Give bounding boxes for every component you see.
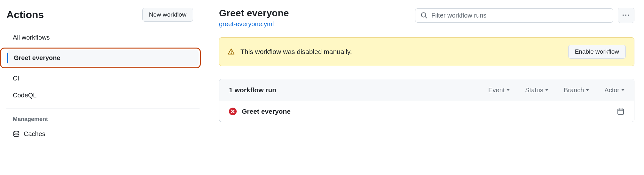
workflow-runs-count: 1 workflow run (229, 86, 276, 94)
caret-down-icon (621, 89, 624, 91)
workflow-title: Greet everyone (219, 8, 289, 19)
sidebar: Actions New workflow All workflows Greet… (0, 0, 206, 175)
sidebar-item-ci[interactable]: CI (6, 70, 200, 87)
caret-down-icon (507, 89, 510, 91)
alert-left: This workflow was disabled manually. (228, 48, 352, 56)
search-icon (420, 12, 428, 19)
sidebar-item-codeql[interactable]: CodeQL (6, 87, 200, 103)
management-heading: Management (6, 114, 206, 127)
sidebar-item-greet-everyone[interactable]: Greet everyone (7, 50, 199, 66)
workflow-title-block: Greet everyone greet-everyone.yml (219, 8, 289, 28)
svg-rect-4 (618, 109, 624, 115)
caret-down-icon (586, 89, 589, 91)
failed-status-icon (229, 108, 237, 115)
calendar-icon (617, 108, 624, 115)
filter-label: Status (525, 87, 543, 94)
workflow-run-row[interactable]: Greet everyone (219, 101, 634, 122)
filter-status[interactable]: Status (525, 87, 548, 94)
filter-label: Event (488, 87, 505, 94)
sidebar-item-all-workflows[interactable]: All workflows (6, 29, 200, 46)
database-icon (13, 131, 20, 138)
filter-event[interactable]: Event (488, 87, 510, 94)
workflow-runs-box: 1 workflow run Event Status Branch Actor (219, 79, 634, 122)
workflow-header-row: Greet everyone greet-everyone.yml ··· (219, 8, 634, 28)
caret-down-icon (545, 89, 548, 91)
sidebar-header: Actions New workflow (6, 8, 206, 22)
filter-label: Actor (604, 87, 619, 94)
sidebar-item-label: Caches (24, 130, 45, 138)
workflow-disabled-alert: This workflow was disabled manually. Ena… (219, 37, 634, 66)
sidebar-item-greet-everyone-highlight: Greet everyone (0, 48, 201, 68)
filter-label: Branch (564, 87, 584, 94)
divider (6, 109, 200, 109)
filter-branch[interactable]: Branch (564, 87, 589, 94)
warning-icon (228, 48, 235, 55)
svg-point-1 (421, 13, 426, 17)
new-workflow-button[interactable]: New workflow (142, 8, 193, 22)
header-right: ··· (415, 8, 634, 23)
filter-actor[interactable]: Actor (604, 87, 624, 94)
kebab-icon: ··· (622, 11, 630, 19)
svg-point-2 (231, 53, 232, 54)
alert-message: This workflow was disabled manually. (240, 48, 352, 56)
main-content: Greet everyone greet-everyone.yml ··· (206, 0, 644, 175)
run-name: Greet everyone (242, 108, 291, 115)
enable-workflow-button[interactable]: Enable workflow (568, 45, 626, 59)
search-field[interactable] (415, 8, 613, 23)
workflow-runs-filters: Event Status Branch Actor (488, 87, 624, 94)
run-left: Greet everyone (229, 108, 291, 115)
svg-point-0 (14, 131, 19, 133)
workflow-nav-list: All workflows Greet everyone CI CodeQL (6, 29, 206, 103)
sidebar-title: Actions (6, 9, 44, 21)
more-options-button[interactable]: ··· (618, 8, 634, 23)
workflow-file-link[interactable]: greet-everyone.yml (219, 20, 274, 27)
sidebar-item-caches[interactable]: Caches (6, 127, 206, 141)
workflow-runs-header: 1 workflow run Event Status Branch Actor (219, 79, 634, 101)
search-input[interactable] (431, 12, 608, 19)
